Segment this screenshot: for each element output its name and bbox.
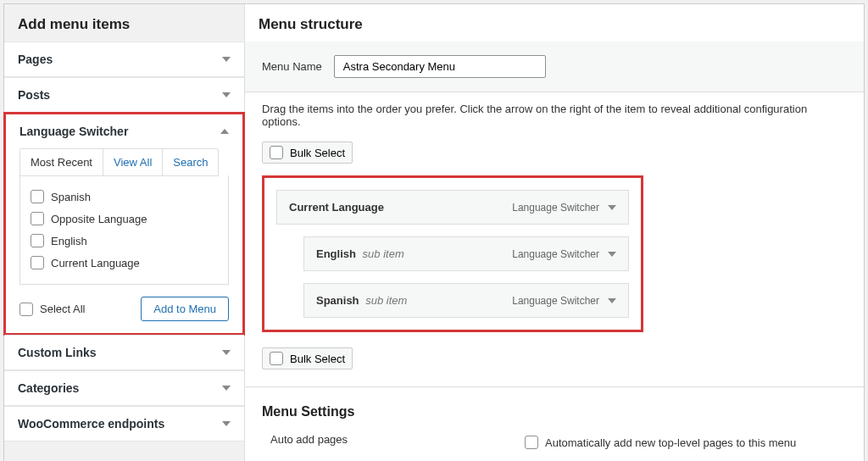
checkbox-icon[interactable] xyxy=(31,212,44,225)
chevron-down-icon[interactable] xyxy=(608,298,616,303)
accordion-woocommerce-label: WooCommerce endpoints xyxy=(18,417,164,430)
menu-settings-title: Menu Settings xyxy=(245,392,864,428)
menu-name-input[interactable] xyxy=(334,55,546,78)
chevron-down-icon xyxy=(222,350,231,355)
accordion-language-label: Language Switcher xyxy=(19,125,128,138)
accordion-pages[interactable]: Pages xyxy=(4,42,244,77)
bulk-select-top[interactable]: Bulk Select xyxy=(262,142,353,164)
accordion-posts-label: Posts xyxy=(18,88,50,102)
highlighted-menu-items: Current Language Language Switcher Engli… xyxy=(262,175,643,332)
checkbox-icon[interactable] xyxy=(31,256,44,269)
auto-add-option[interactable]: Automatically add new top-level pages to… xyxy=(525,433,838,452)
chevron-down-icon[interactable] xyxy=(608,252,616,257)
checkbox-icon[interactable] xyxy=(525,436,538,449)
checkbox-icon[interactable] xyxy=(31,234,44,247)
tab-search[interactable]: Search xyxy=(163,149,218,175)
highlighted-language-switcher: Language Switcher Most Recent View All S… xyxy=(3,112,245,336)
option-current[interactable]: Current Language xyxy=(31,252,218,274)
language-tabs: Most Recent View All Search xyxy=(19,148,219,176)
bulk-select-bottom[interactable]: Bulk Select xyxy=(262,347,353,369)
menu-name-bar: Menu Name xyxy=(245,42,864,92)
chevron-down-icon[interactable] xyxy=(608,205,616,210)
accordion-categories[interactable]: Categories xyxy=(4,370,244,406)
chevron-up-icon xyxy=(220,129,229,134)
instructions-text: Drag the items into the order you prefer… xyxy=(245,92,864,138)
accordion-posts[interactable]: Posts xyxy=(4,77,244,113)
add-menu-items-panel: Add menu items Pages Posts Language Swit… xyxy=(4,4,245,461)
accordion-custom-links-label: Custom Links xyxy=(18,346,97,359)
accordion-pages-label: Pages xyxy=(18,53,53,66)
accordion-categories-label: Categories xyxy=(18,381,79,395)
chevron-down-icon xyxy=(222,57,231,62)
option-opposite[interactable]: Opposite Language xyxy=(31,208,218,230)
chevron-down-icon xyxy=(222,386,231,391)
menu-structure-panel: Menu structure Menu Name Drag the items … xyxy=(245,4,864,461)
add-to-menu-button[interactable]: Add to Menu xyxy=(141,297,229,321)
checkbox-icon[interactable] xyxy=(19,303,33,316)
option-english[interactable]: English xyxy=(31,230,218,252)
checkbox-icon[interactable] xyxy=(270,352,283,365)
menu-structure-title: Menu structure xyxy=(245,4,864,42)
chevron-down-icon xyxy=(222,92,231,97)
select-all[interactable]: Select All xyxy=(19,298,85,320)
menu-item-spanish[interactable]: Spanish sub item Language Switcher xyxy=(303,283,629,318)
auto-add-label: Auto add pages xyxy=(270,433,525,446)
add-menu-title: Add menu items xyxy=(4,4,244,42)
checkbox-icon[interactable] xyxy=(31,190,44,203)
tab-view-all[interactable]: View All xyxy=(103,149,163,175)
accordion-language-switcher[interactable]: Language Switcher xyxy=(6,114,242,148)
accordion-woocommerce[interactable]: WooCommerce endpoints xyxy=(4,406,244,442)
menu-item-english[interactable]: English sub item Language Switcher xyxy=(303,236,629,271)
menu-name-label: Menu Name xyxy=(262,60,322,73)
tab-most-recent[interactable]: Most Recent xyxy=(20,149,103,175)
option-spanish[interactable]: Spanish xyxy=(31,186,218,208)
checkbox-icon[interactable] xyxy=(270,146,283,159)
accordion-custom-links[interactable]: Custom Links xyxy=(4,335,244,370)
chevron-down-icon xyxy=(222,421,231,426)
menu-item-current-language[interactable]: Current Language Language Switcher xyxy=(276,190,629,225)
